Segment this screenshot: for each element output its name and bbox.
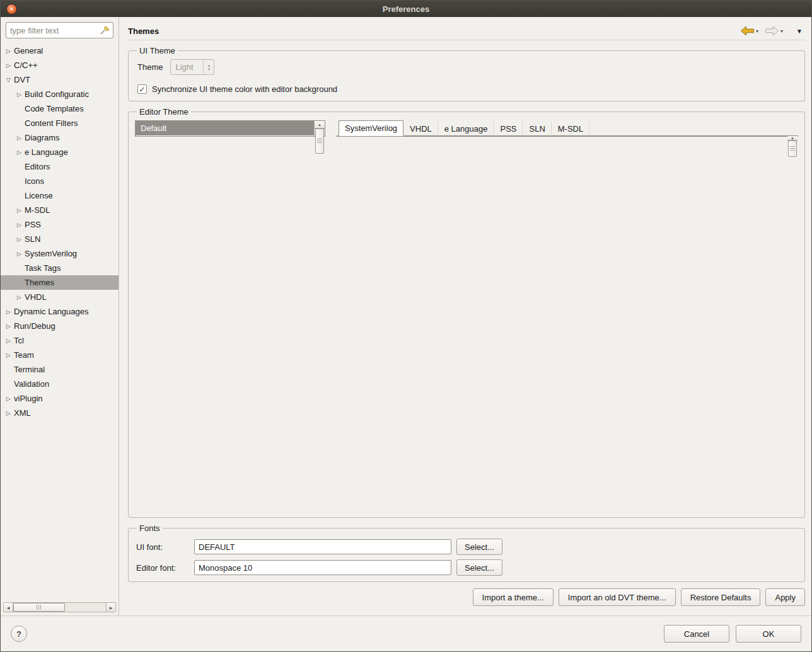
tab-vhdl[interactable]: VHDL xyxy=(403,121,438,136)
code-preview: `define MACRO(P)\ int x_``P; typedef enu… xyxy=(337,136,787,138)
sync-theme-label: Synchronize UI theme color with editor b… xyxy=(152,84,337,94)
forward-button[interactable]: ▾ xyxy=(762,25,786,37)
clear-filter-icon[interactable] xyxy=(100,26,110,35)
tree-collapsed-arrow-icon[interactable]: ▷ xyxy=(3,396,14,402)
tree-collapsed-arrow-icon[interactable]: ▷ xyxy=(14,91,25,98)
tree-item-m-sdl[interactable]: ▷M-SDL xyxy=(1,203,119,217)
theme-list-item-black-pastel[interactable]: Black Pastel xyxy=(136,135,314,136)
tree-item-pss[interactable]: ▷PSS xyxy=(1,217,119,232)
theme-combo[interactable]: Light ▴▾ xyxy=(170,59,214,75)
tree-item-label: Tcl xyxy=(14,336,24,345)
tree-collapsed-arrow-icon[interactable]: ▷ xyxy=(3,48,14,54)
ui-font-select-button[interactable]: Select... xyxy=(456,539,502,555)
ok-button[interactable]: OK xyxy=(736,625,801,643)
restore-defaults-button[interactable]: Restore Defaults xyxy=(681,588,761,606)
help-button[interactable]: ? xyxy=(11,626,27,642)
theme-label: Theme xyxy=(137,62,163,72)
scroll-up-button[interactable]: ▲ xyxy=(315,121,325,129)
sidebar-scrollbar-thumb[interactable] xyxy=(13,603,65,612)
code-scrollbar-thumb[interactable] xyxy=(788,140,797,157)
theme-list-scrollbar-thumb[interactable] xyxy=(315,129,324,154)
tab-pss[interactable]: PSS xyxy=(494,121,523,136)
tree-item-tcl[interactable]: ▷Tcl xyxy=(1,333,119,348)
tree-collapsed-arrow-icon[interactable]: ▷ xyxy=(14,251,25,257)
tree-item-task-tags[interactable]: Task Tags xyxy=(1,261,119,275)
sidebar: ▷General▷C/C++▽DVT▷Build ConfiguraticCod… xyxy=(1,17,119,615)
tree-item-viplugin[interactable]: ▷viPlugin xyxy=(1,391,119,406)
theme-list: DefaultBlack PastelDraculafrontenddevGed… xyxy=(136,121,314,136)
tree-item-systemverilog[interactable]: ▷SystemVerilog xyxy=(1,246,119,261)
tree-collapsed-arrow-icon[interactable]: ▷ xyxy=(14,149,25,156)
tree-item-terminal[interactable]: Terminal xyxy=(1,362,119,377)
theme-list-item-default[interactable]: Default xyxy=(136,121,314,135)
back-button[interactable]: ▾ xyxy=(737,25,762,37)
scroll-right-icon: ▶ xyxy=(110,605,113,610)
titlebar[interactable]: × Preferences xyxy=(1,1,811,17)
tree-collapsed-arrow-icon[interactable]: ▷ xyxy=(14,135,25,141)
theme-list-scrollbar[interactable]: ▲ ▼ xyxy=(314,121,325,136)
tab-m-sdl[interactable]: M-SDL xyxy=(552,121,589,136)
ui-font-row: UI font: Select... xyxy=(136,539,798,555)
tree-collapsed-arrow-icon[interactable]: ▷ xyxy=(3,410,14,416)
tree-item-run-debug[interactable]: ▷Run/Debug xyxy=(1,319,119,333)
tree-collapsed-arrow-icon[interactable]: ▷ xyxy=(3,352,14,358)
tree-item-general[interactable]: ▷General xyxy=(1,43,119,58)
tree-expanded-arrow-icon[interactable]: ▽ xyxy=(3,77,14,83)
tree-collapsed-arrow-icon[interactable]: ▷ xyxy=(3,309,14,315)
tree-collapsed-arrow-icon[interactable]: ▷ xyxy=(14,222,25,228)
tree-collapsed-arrow-icon[interactable]: ▷ xyxy=(3,323,14,329)
tree-item-e-language[interactable]: ▷e Language xyxy=(1,145,119,159)
editor-font-input[interactable] xyxy=(194,560,451,575)
tree-item-editors[interactable]: Editors xyxy=(1,159,119,174)
tree-collapsed-arrow-icon[interactable]: ▷ xyxy=(3,338,14,344)
window-close-button[interactable]: × xyxy=(6,4,17,14)
sidebar-horizontal-scrollbar[interactable]: ◀ ▶ xyxy=(3,602,116,612)
tree-item-themes[interactable]: Themes xyxy=(1,275,119,290)
tree-item-label: Icons xyxy=(25,176,44,186)
ui-font-input[interactable] xyxy=(194,539,451,554)
tree-collapsed-arrow-icon[interactable]: ▷ xyxy=(14,236,25,243)
tree-item-validation[interactable]: Validation xyxy=(1,377,119,391)
close-icon: × xyxy=(9,6,13,13)
cancel-button[interactable]: Cancel xyxy=(664,625,729,643)
history-nav: ▾ ▾ ▼ xyxy=(737,25,805,37)
tab-sln[interactable]: SLN xyxy=(523,121,551,136)
import-old-theme-button[interactable]: Import an old DVT theme... xyxy=(559,588,676,606)
apply-button[interactable]: Apply xyxy=(765,588,805,606)
tree-collapsed-arrow-icon[interactable]: ▷ xyxy=(14,207,25,214)
code-preview-panel: SystemVerilogVHDLe LanguagePSSSLNM-SDL `… xyxy=(337,120,798,137)
tree-item-label: PSS xyxy=(25,220,41,229)
filter-input[interactable] xyxy=(6,22,113,38)
editor-font-select-button[interactable]: Select... xyxy=(456,559,502,576)
tree-item-code-templates[interactable]: Code Templates xyxy=(1,101,119,116)
tree-item-diagrams[interactable]: ▷Diagrams xyxy=(1,130,119,145)
sync-theme-checkbox[interactable]: ✓ xyxy=(137,84,147,94)
tree-item-team[interactable]: ▷Team xyxy=(1,348,119,362)
back-dropdown-icon[interactable]: ▾ xyxy=(756,28,758,34)
combo-spinner-icon: ▴▾ xyxy=(203,60,214,74)
tree-item-vhdl[interactable]: ▷VHDL xyxy=(1,290,119,304)
scroll-right-button[interactable]: ▶ xyxy=(106,603,115,612)
tree-item-c-c[interactable]: ▷C/C++ xyxy=(1,58,119,72)
tree-item-license[interactable]: License xyxy=(1,188,119,203)
scroll-left-button[interactable]: ◀ xyxy=(4,603,13,612)
tree-item-xml[interactable]: ▷XML xyxy=(1,406,119,420)
tab-systemverilog[interactable]: SystemVerilog xyxy=(339,120,403,136)
tree-item-content-filters[interactable]: Content Filters xyxy=(1,116,119,130)
tree-item-dvt[interactable]: ▽DVT xyxy=(1,72,119,87)
tab-e-language[interactable]: e Language xyxy=(438,121,494,136)
tree-collapsed-arrow-icon[interactable]: ▷ xyxy=(14,294,25,300)
tree-item-build-configuratic[interactable]: ▷Build Configuratic xyxy=(1,87,119,101)
tree-item-label: DVT xyxy=(14,75,30,84)
tree-item-icons[interactable]: Icons xyxy=(1,174,119,188)
scroll-up-button[interactable]: ▲ xyxy=(787,136,798,140)
import-theme-button[interactable]: Import a theme... xyxy=(473,588,554,606)
tree-collapsed-arrow-icon[interactable]: ▷ xyxy=(3,62,14,69)
tree-item-label: Dynamic Languages xyxy=(14,307,89,316)
sidebar-scrollbar-track[interactable] xyxy=(13,603,106,612)
forward-dropdown-icon[interactable]: ▾ xyxy=(780,28,783,34)
tree-item-sln[interactable]: ▷SLN xyxy=(1,232,119,246)
view-menu-button[interactable]: ▼ xyxy=(796,28,803,35)
tree-item-dynamic-languages[interactable]: ▷Dynamic Languages xyxy=(1,304,119,319)
ui-font-label: UI font: xyxy=(136,542,189,552)
